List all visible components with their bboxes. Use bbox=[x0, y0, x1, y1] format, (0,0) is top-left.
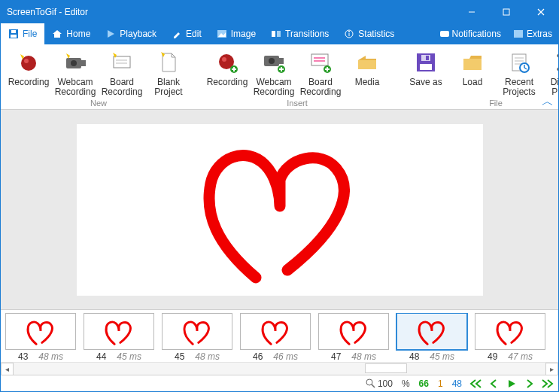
scroll-right-button[interactable]: ▸ bbox=[545, 363, 558, 375]
recording-label: Recording bbox=[8, 77, 50, 99]
board-recording-button[interactable]: Board Recording bbox=[99, 49, 145, 99]
canvas-area bbox=[1, 110, 558, 309]
save-as-label: Save as bbox=[409, 77, 442, 99]
extras-button[interactable]: Extras bbox=[507, 23, 558, 44]
discard-icon bbox=[554, 50, 559, 74]
insert-webcam-label: Webcam Recording bbox=[252, 77, 296, 99]
heart-drawing bbox=[175, 131, 385, 289]
scroll-track[interactable] bbox=[14, 363, 545, 375]
tab-home[interactable]: Home bbox=[44, 23, 98, 44]
svg-rect-33 bbox=[279, 58, 284, 64]
svg-rect-23 bbox=[114, 56, 130, 68]
thumb-duration: 45 ms bbox=[430, 351, 454, 362]
frame-thumb[interactable]: 4748 ms bbox=[318, 313, 389, 362]
tab-image[interactable]: Image bbox=[209, 23, 263, 44]
edit-icon bbox=[172, 29, 182, 39]
group-file-label: File bbox=[489, 99, 503, 108]
close-button[interactable] bbox=[524, 1, 558, 23]
zoom-value: 100 bbox=[378, 378, 393, 389]
thumb-image bbox=[162, 313, 232, 350]
maximize-button[interactable] bbox=[489, 1, 524, 23]
recording-button[interactable]: Recording bbox=[5, 49, 52, 99]
tab-playback-label: Playback bbox=[120, 29, 156, 39]
svg-line-59 bbox=[372, 384, 375, 387]
blank-project-button[interactable]: Blank Project bbox=[145, 49, 192, 99]
frame-thumb[interactable]: 4646 ms bbox=[240, 313, 311, 362]
ribbon: Recording Webcam Recording Board Recordi… bbox=[1, 44, 558, 110]
insert-media-label: Media bbox=[355, 77, 380, 99]
notifications-button[interactable]: Notifications bbox=[434, 23, 507, 44]
frames-remaining: 66 bbox=[416, 378, 432, 389]
tab-statistics[interactable]: Statistics bbox=[336, 23, 402, 44]
scroll-handle[interactable] bbox=[365, 363, 408, 373]
frame-thumb[interactable]: 4947 ms bbox=[475, 313, 545, 362]
svg-point-27 bbox=[222, 57, 226, 62]
ribbon-group-new: Recording Webcam Recording Board Recordi… bbox=[4, 49, 193, 108]
thumb-image bbox=[5, 313, 76, 350]
tab-edit[interactable]: Edit bbox=[164, 23, 209, 44]
collapse-ribbon-button[interactable]: ︿ bbox=[542, 97, 554, 106]
svg-rect-22 bbox=[81, 60, 86, 66]
notification-icon bbox=[440, 31, 449, 37]
discard-project-button[interactable]: Discard Project bbox=[542, 49, 559, 99]
image-icon bbox=[217, 29, 227, 39]
insert-board-button[interactable]: Board Recording bbox=[297, 49, 344, 99]
insert-media-button[interactable]: Media bbox=[344, 49, 390, 99]
minimize-button[interactable] bbox=[454, 1, 489, 23]
record-icon bbox=[17, 50, 41, 74]
tab-transitions-label: Transitions bbox=[285, 29, 329, 39]
svg-rect-13 bbox=[277, 31, 281, 37]
svg-rect-5 bbox=[11, 35, 17, 38]
board-icon bbox=[110, 50, 134, 74]
selection-count: 1 bbox=[435, 378, 446, 389]
svg-rect-1 bbox=[503, 9, 509, 15]
timeline-scrollbar[interactable]: ◂ ▸ bbox=[1, 362, 558, 375]
tab-transitions[interactable]: Transitions bbox=[263, 23, 336, 44]
thumb-index: 45 bbox=[175, 351, 184, 362]
webcam-icon bbox=[63, 50, 87, 74]
window-title: ScreenToGif - Editor bbox=[1, 7, 454, 17]
thumb-index: 47 bbox=[331, 351, 341, 362]
group-new-label: New bbox=[90, 99, 107, 108]
home-icon bbox=[52, 29, 62, 39]
current-frame-preview[interactable] bbox=[77, 124, 483, 296]
svg-point-21 bbox=[71, 60, 77, 66]
svg-point-32 bbox=[269, 58, 275, 64]
thumb-duration: 48 ms bbox=[38, 351, 63, 362]
nav-last-button[interactable] bbox=[540, 377, 555, 390]
thumb-duration: 47 ms bbox=[508, 351, 533, 362]
webcam-recording-button[interactable]: Webcam Recording bbox=[52, 49, 99, 99]
insert-recording-button[interactable]: Recording bbox=[204, 49, 251, 99]
svg-marker-7 bbox=[53, 30, 62, 38]
nav-next-button[interactable] bbox=[522, 377, 537, 390]
thumb-image bbox=[475, 313, 545, 350]
zoom-indicator[interactable]: 100 bbox=[363, 378, 396, 389]
nav-prev-button[interactable] bbox=[486, 377, 501, 390]
board-recording-label: Board Recording bbox=[100, 77, 144, 99]
tab-file[interactable]: File bbox=[1, 23, 44, 44]
save-icon bbox=[8, 29, 19, 39]
thumb-image bbox=[240, 313, 311, 350]
nav-play-button[interactable] bbox=[504, 377, 519, 390]
save-as-button[interactable]: Save as bbox=[403, 49, 449, 99]
frame-thumb[interactable]: 4348 ms bbox=[5, 313, 76, 362]
scroll-left-button[interactable]: ◂ bbox=[1, 363, 14, 375]
status-bar: 100 % 66 1 48 bbox=[1, 375, 558, 391]
svg-rect-12 bbox=[272, 31, 275, 37]
extras-icon bbox=[513, 29, 524, 38]
nav-first-button[interactable] bbox=[468, 377, 483, 390]
save-as-icon bbox=[414, 50, 438, 74]
blank-icon bbox=[156, 50, 181, 74]
svg-point-19 bbox=[24, 59, 29, 63]
frame-thumb[interactable]: 4445 ms bbox=[84, 313, 154, 362]
load-button[interactable]: Load bbox=[449, 49, 496, 99]
svg-rect-6 bbox=[11, 30, 16, 33]
recent-projects-label: Recent Projects bbox=[497, 77, 541, 99]
insert-webcam-button[interactable]: Webcam Recording bbox=[251, 49, 297, 99]
frame-thumb[interactable]: 4548 ms bbox=[162, 313, 232, 362]
tab-file-label: File bbox=[23, 29, 37, 39]
recent-projects-button[interactable]: Recent Projects bbox=[496, 49, 542, 99]
tab-playback[interactable]: Playback bbox=[98, 23, 164, 44]
frame-thumb[interactable]: 4845 ms bbox=[396, 313, 467, 362]
thumb-image bbox=[396, 313, 467, 350]
